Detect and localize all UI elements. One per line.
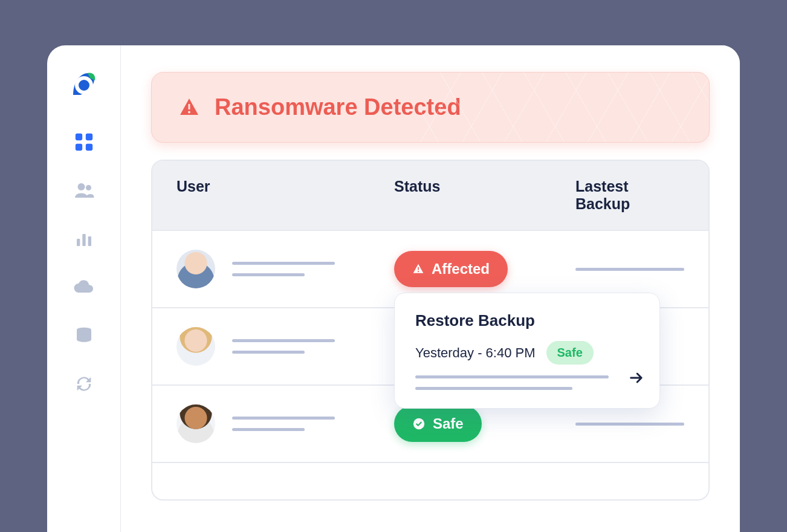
- nav-analytics[interactable]: [72, 227, 96, 251]
- database-icon: [74, 326, 94, 345]
- svg-point-12: [188, 111, 190, 113]
- app-window: Ransomware Detected User Status Lastest …: [47, 45, 740, 532]
- user-cell: [177, 404, 394, 443]
- user-cell: [177, 327, 394, 366]
- svg-rect-9: [88, 236, 91, 246]
- restore-title: Restore Backup: [415, 311, 639, 330]
- avatar: [177, 327, 215, 366]
- restore-placeholder-lines: [415, 375, 639, 390]
- placeholder-line: [415, 387, 572, 390]
- placeholder-line: [575, 423, 684, 426]
- avatar: [177, 250, 215, 288]
- nav-database[interactable]: [72, 323, 96, 348]
- placeholder-line: [415, 375, 609, 378]
- users-icon: [73, 180, 95, 201]
- arrow-right-icon: [628, 369, 645, 386]
- status-badge-affected[interactable]: Affected: [394, 251, 508, 287]
- restore-arrow-button[interactable]: [628, 369, 645, 389]
- status-badge-safe[interactable]: Safe: [394, 406, 482, 442]
- svg-rect-1: [75, 134, 82, 140]
- user-cell: [177, 250, 394, 288]
- restore-time: Yesterday - 6:40 PM: [415, 345, 536, 361]
- table-row[interactable]: [152, 462, 708, 499]
- placeholder-line: [232, 262, 335, 265]
- table-header: User Status Lastest Backup: [152, 161, 708, 230]
- backup-cell: [575, 423, 684, 426]
- restore-backup-popup[interactable]: Restore Backup Yesterday - 6:40 PM Safe: [394, 293, 660, 409]
- user-table: User Status Lastest Backup: [151, 160, 710, 501]
- check-circle-icon: [412, 417, 426, 430]
- restore-time-row: Yesterday - 6:40 PM Safe: [415, 341, 639, 365]
- svg-point-5: [77, 183, 85, 190]
- placeholder-line: [232, 428, 305, 431]
- placeholder-line: [232, 417, 335, 420]
- app-logo: [67, 68, 101, 102]
- user-name-placeholder: [232, 262, 335, 276]
- nav-dashboard[interactable]: [72, 130, 96, 154]
- svg-rect-7: [77, 239, 80, 246]
- th-status: Status: [394, 178, 575, 213]
- svg-rect-2: [85, 134, 92, 140]
- svg-rect-8: [82, 234, 85, 246]
- svg-point-14: [418, 271, 419, 272]
- sync-icon: [74, 374, 94, 394]
- placeholder-line: [232, 351, 305, 354]
- status-label: Affected: [432, 261, 490, 277]
- svg-rect-4: [85, 144, 92, 151]
- status-label: Safe: [433, 415, 464, 432]
- nav-users[interactable]: [72, 178, 96, 203]
- safe-badge: Safe: [546, 341, 594, 365]
- th-backup: Lastest Backup: [575, 178, 684, 213]
- warning-icon: [178, 97, 200, 118]
- user-name-placeholder: [232, 417, 335, 431]
- cloud-icon: [73, 276, 95, 298]
- chart-icon: [74, 229, 94, 248]
- svg-rect-13: [418, 267, 419, 270]
- svg-rect-3: [75, 144, 82, 151]
- alert-title: Ransomware Detected: [215, 94, 461, 120]
- status-cell: Affected: [394, 251, 575, 287]
- svg-rect-11: [189, 104, 190, 109]
- warning-icon: [412, 263, 424, 275]
- status-cell: Safe: [394, 406, 575, 442]
- grid-icon: [74, 132, 94, 152]
- nav-cloud[interactable]: [72, 275, 96, 299]
- placeholder-line: [232, 339, 335, 342]
- user-name-placeholder: [232, 339, 335, 354]
- backup-cell: [575, 268, 684, 271]
- alert-banner: Ransomware Detected: [151, 72, 710, 143]
- svg-point-6: [86, 185, 91, 190]
- th-user: User: [177, 178, 394, 213]
- sidebar: [47, 45, 121, 532]
- nav-sync[interactable]: [72, 372, 96, 396]
- placeholder-line: [575, 268, 684, 271]
- main-content: Ransomware Detected User Status Lastest …: [121, 45, 740, 532]
- placeholder-line: [232, 273, 305, 276]
- avatar: [177, 404, 215, 443]
